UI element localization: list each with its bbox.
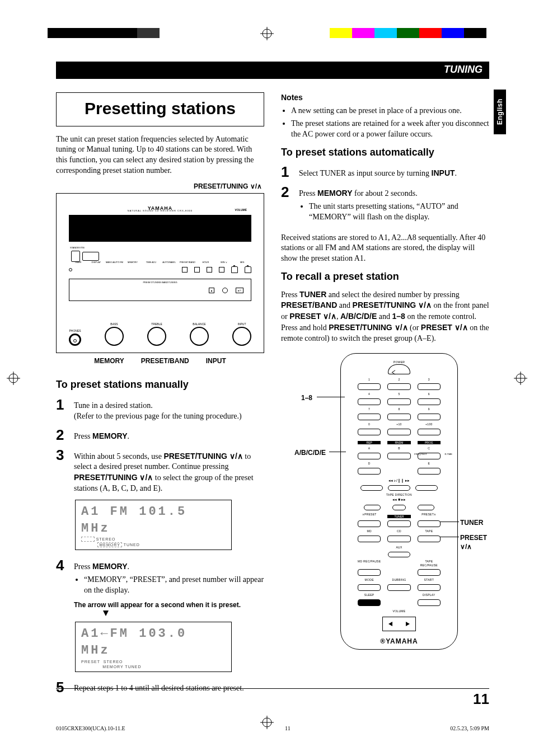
model-label: NATURAL SOUND CD RECEIVER CRX-E300 [128, 209, 193, 212]
page-title: Presetting stations [56, 92, 264, 126]
remote-diagram: 1–8 A/B/C/D/E TUNER PRESET ∨/∧ POWER 123… [301, 353, 489, 655]
transport-row: ◂◂ ▹/❙❙ ▸▸ [348, 478, 451, 483]
auto-step-2: 2 Press MEMORY for about 2 seconds. The … [281, 185, 489, 227]
volume-label: VOLUME [235, 208, 247, 212]
right-column: Notes A new setting can be preset in pla… [281, 92, 489, 700]
note-item: A new setting can be preset in place of … [291, 106, 489, 116]
front-buttons-row [69, 266, 251, 273]
page-number: 11 [473, 691, 489, 708]
knob-row: PHONES BASS TREBLE BALANCE INPUT [69, 322, 251, 346]
recall-heading: To recall a preset station [281, 270, 489, 283]
auto-paragraph: Received stations are stored to A1, A2..… [281, 233, 489, 265]
note-item: The preset stations are retained for a w… [291, 119, 489, 140]
callout-abcde: A/B/C/D/E [294, 448, 326, 457]
auto-step-1: 1 Select TUNER as input source by turnin… [281, 165, 489, 179]
step-1: 1 Tune in a desired station. (Refer to t… [56, 397, 264, 422]
standby-label: STANDBY/ON [70, 246, 85, 249]
print-footer: 0105CRXE300(UCA).10-11.E 11 02.5.23, 5:0… [56, 725, 489, 731]
lcd-display-1: A1 FM 101.5 MHz STEREO MEMORY TUNED [75, 500, 232, 550]
step-5: 5 Repeat steps 1 to 4 until all desired … [56, 680, 264, 694]
preset-tuning-pointer-label: PRESET/TUNING ∨/∧ [56, 182, 262, 191]
print-color-bar-right [330, 28, 486, 38]
left-column: Presetting stations The unit can preset … [56, 92, 264, 700]
notes-heading: Notes [281, 93, 303, 102]
yamaha-logo: ®YAMAHA [348, 637, 451, 646]
tray-label: PRESET/TUNING BAND/TUNING [143, 281, 177, 284]
skip-row: ◂◂ ■ ▸▸ [348, 497, 451, 502]
manual-preset-heading: To preset stations manually [56, 378, 264, 391]
step-2: 2 Press MEMORY. [56, 428, 264, 442]
power-icon [388, 364, 410, 374]
arrow-down-icon [103, 611, 109, 616]
callout-preset: PRESET ∨/∧ [460, 533, 489, 551]
intro-paragraph: The unit can preset station frequencies … [56, 134, 264, 177]
recall-paragraph: Press TUNER and select the desired numbe… [281, 289, 489, 344]
registration-mark-icon [7, 372, 20, 385]
print-color-bar-left [48, 28, 182, 38]
auto-preset-heading: To preset stations automatically [281, 145, 489, 159]
receiver-diagram: YAMAHA NATURAL SOUND CD RECEIVER CRX-E30… [56, 193, 264, 353]
page-content: TUNING English Presetting stations The u… [56, 62, 489, 706]
callout-1-8: 1–8 [301, 393, 312, 402]
volume-rocker-icon [382, 617, 416, 631]
registration-mark-icon [260, 27, 274, 40]
language-tab: English [494, 90, 506, 134]
lcd-display-2: A1←FM 103.0 MHz PRESET STEREO MEMORY TUN… [75, 622, 232, 672]
registration-mark-icon [514, 372, 527, 385]
button-row-labels: TIMERDISPLAY MAN'L/AUTO FMMEMORY TIME AD… [69, 261, 251, 264]
step-4: 4 Press MEMORY. “MEMORY”, “PRESET”, and … [56, 558, 264, 616]
step-3: 3 Within about 5 seconds, use PRESET/TUN… [56, 448, 264, 495]
diagram-pointer-labels: MEMORY PRESET/BAND INPUT [56, 356, 264, 365]
section-tab: TUNING [56, 62, 489, 79]
callout-tuner: TUNER [460, 518, 483, 527]
